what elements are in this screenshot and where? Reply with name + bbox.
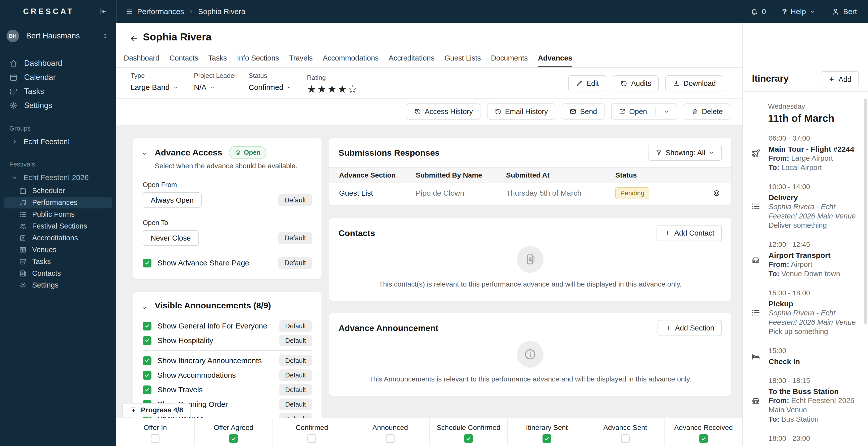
home-icon	[9, 59, 18, 68]
tab-travels[interactable]: Travels	[289, 54, 313, 67]
help-menu[interactable]: ? Help	[782, 7, 815, 16]
status-label: Status	[249, 72, 292, 79]
hamburger-icon[interactable]	[126, 8, 133, 15]
sidebar-item-echt-feesten[interactable]: Echt Feesten!	[0, 135, 116, 149]
breadcrumb-performances[interactable]: Performances	[137, 7, 184, 16]
sidebar-item-calendar[interactable]: Calendar	[0, 70, 116, 84]
delete-button[interactable]: Delete	[684, 103, 731, 120]
sidebar-item-festival-sections[interactable]: Festival Sections	[4, 220, 112, 232]
tab-documents[interactable]: Documents	[491, 54, 528, 67]
status-cell-schedule-confirmed: Schedule Confirmed	[430, 418, 508, 446]
itinerary-item[interactable]: 18:00 - 23:00JobSophia Rivera - Echt Fee…	[743, 435, 868, 446]
status-cell-offer-agreed: Offer Agreed	[195, 418, 273, 446]
tab-dashboard[interactable]: Dashboard	[124, 54, 159, 67]
access-history-button[interactable]: Access History	[407, 103, 480, 120]
tab-contacts[interactable]: Contacts	[169, 54, 198, 67]
sidebar-item-dashboard[interactable]: Dashboard	[0, 56, 116, 70]
progress-button[interactable]: Progress 4/8	[122, 403, 191, 417]
tab-bar: DashboardContactsTasksInfo SectionsTrave…	[124, 54, 572, 67]
avatar: BH	[6, 30, 19, 42]
breadcrumb-sophia-rivera[interactable]: Sophia Rivera	[198, 7, 245, 16]
announcement-checkbox[interactable]	[143, 371, 151, 380]
sidebar-item-settings[interactable]: Settings	[4, 279, 112, 291]
status-checkbox[interactable]	[699, 434, 708, 443]
sidebar-item-tasks[interactable]: Tasks	[0, 84, 116, 98]
collapse-chevron-icon[interactable]	[141, 304, 148, 312]
sidebar-item-echt-feesten-2026[interactable]: Echt Feesten! 2026	[0, 171, 116, 184]
itinerary-item[interactable]: 10:00 - 14:00DeliverySophia Rivera - Ech…	[743, 183, 868, 230]
back-button[interactable]	[129, 34, 138, 43]
sidebar-item-contacts[interactable]: Contacts	[4, 267, 112, 279]
edit-button[interactable]: Edit	[568, 75, 606, 91]
open-to-input[interactable]: Never Close	[143, 230, 199, 246]
audits-button[interactable]: Audits	[613, 75, 659, 91]
itinerary-item[interactable]: 18:00 - 18:15To the Buss StationFrom: Ec…	[743, 377, 868, 424]
share-page-checkbox[interactable]	[143, 259, 151, 267]
gear-icon	[19, 282, 27, 289]
sidebar-user-switcher[interactable]: BH Bert Hausmans	[6, 30, 111, 42]
sidebar-user-name: Bert Hausmans	[26, 31, 80, 40]
tab-accommodations[interactable]: Accommodations	[323, 54, 378, 67]
showing-filter-button[interactable]: Showing: All	[648, 145, 722, 161]
view-submission-icon[interactable]	[713, 189, 720, 197]
itinerary-item[interactable]: 06:00 - 07:00Main Tour - Flight #2244Fro…	[743, 134, 868, 172]
send-button[interactable]: Send	[562, 103, 604, 120]
status-checkbox[interactable]	[386, 434, 395, 443]
announcement-checkbox[interactable]	[143, 385, 151, 394]
sidebar-item-venues[interactable]: Venues	[4, 244, 112, 256]
list-icon	[19, 211, 27, 218]
itinerary-item[interactable]: 15:00Check In	[743, 347, 868, 366]
default-badge: Default	[278, 257, 312, 269]
status-checkbox[interactable]	[229, 434, 238, 443]
status-checkbox[interactable]	[542, 434, 551, 443]
tab-accreditations[interactable]: Accreditations	[389, 54, 434, 67]
status-checkbox[interactable]	[307, 434, 316, 443]
sidebar-item-tasks[interactable]: Tasks	[4, 256, 112, 267]
email-history-button[interactable]: Email History	[487, 103, 556, 120]
column-advance-section: Advance Section	[329, 171, 416, 179]
add-contact-button[interactable]: Add Contact	[656, 225, 722, 241]
table-row[interactable]: Guest ListPipo de ClownThursday 5th of M…	[329, 183, 732, 203]
status-checkbox[interactable]	[151, 434, 159, 443]
itinerary-item[interactable]: 15:00 - 18:00PickupSophia Rivera - Echt …	[743, 289, 868, 336]
itinerary-list: Wednesday 11th of March 06:00 - 07:00Mai…	[743, 92, 868, 446]
status-checkbox[interactable]	[621, 434, 630, 443]
tab-tasks[interactable]: Tasks	[208, 54, 227, 67]
open-from-input[interactable]: Always Open	[143, 192, 202, 208]
top-bar: CRESCAT Performances Sophia Rivera 0 ? H…	[0, 0, 868, 23]
scrollbar-thumb[interactable]	[864, 98, 867, 324]
sidebar: BH Bert Hausmans DashboardCalendarTasksS…	[0, 23, 116, 446]
open-button[interactable]: Open	[611, 103, 677, 120]
calendar-icon	[9, 73, 18, 82]
gear-icon	[9, 101, 18, 110]
itinerary-add-button[interactable]: Add	[821, 71, 859, 87]
sidebar-item-public-forms[interactable]: Public Forms	[4, 209, 112, 220]
announcement-checkbox[interactable]	[143, 336, 151, 345]
add-section-button[interactable]: Add Section	[657, 320, 722, 336]
download-line-icon	[130, 407, 137, 414]
itinerary-item[interactable]: 12:00 - 12:45Airport TransportFrom: Airp…	[743, 241, 868, 279]
sidebar-item-performances[interactable]: Performances	[4, 197, 112, 209]
announcement-checkbox[interactable]	[143, 356, 151, 365]
download-button[interactable]: Download	[665, 75, 723, 91]
sidebar-item-scheduler[interactable]: Scheduler	[4, 185, 112, 197]
sidebar-item-accreditations[interactable]: Accreditations	[4, 232, 112, 244]
crescat-logo: CRESCAT	[23, 7, 74, 16]
tab-info-sections[interactable]: Info Sections	[237, 54, 279, 67]
status-dropdown[interactable]: Confirmed	[249, 83, 292, 92]
sidebar-item-settings[interactable]: Settings	[0, 98, 116, 113]
rating-stars[interactable]: ★★★★☆	[307, 83, 358, 95]
sidebar-festivals-label: Festivals	[9, 160, 116, 168]
user-menu[interactable]: Bert	[832, 7, 857, 16]
tab-guest-lists[interactable]: Guest Lists	[444, 54, 481, 67]
status-checkbox[interactable]	[464, 434, 473, 443]
collapse-chevron-icon[interactable]	[141, 150, 148, 157]
chevron-down-icon[interactable]	[663, 108, 670, 115]
chevron-down-icon	[286, 84, 292, 90]
sidebar-collapse-icon[interactable]	[98, 7, 107, 15]
type-dropdown[interactable]: Large Band	[131, 83, 179, 92]
project-leader-dropdown[interactable]: N/A	[194, 83, 236, 92]
notifications-button[interactable]: 0	[750, 7, 766, 16]
tab-advances[interactable]: Advances	[538, 54, 572, 67]
announcement-checkbox[interactable]	[143, 322, 151, 330]
